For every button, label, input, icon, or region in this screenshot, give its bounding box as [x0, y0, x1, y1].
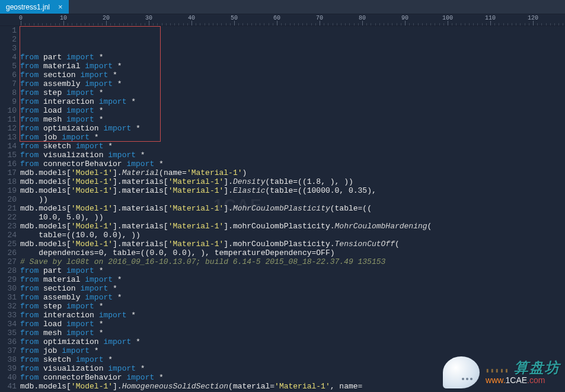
code-line[interactable]: from material import *: [20, 275, 565, 284]
line-number-gutter: 1234567891011121314151617181920212223242…: [0, 26, 20, 392]
code-line[interactable]: from connectorBehavior import *: [20, 160, 565, 168]
line-number: 5: [0, 62, 17, 71]
code-line[interactable]: table=((10.0, 0.0), )): [20, 231, 565, 240]
code-line[interactable]: from step import *: [20, 88, 565, 97]
line-number: 22: [0, 213, 17, 222]
code-line[interactable]: from material import *: [20, 62, 565, 71]
line-number: 8: [0, 88, 17, 97]
tab-filename: geostress1.jnl: [6, 3, 50, 11]
code-line[interactable]: from section import *: [20, 71, 565, 79]
line-number: 24: [0, 231, 17, 240]
code-line[interactable]: mdb.models['Model-1'].Material(name='Mat…: [20, 168, 565, 177]
line-number: 33: [0, 311, 17, 320]
line-number: 30: [0, 284, 17, 293]
line-number: 40: [0, 373, 17, 382]
line-number: 10: [0, 106, 17, 115]
code-line[interactable]: )): [20, 195, 565, 204]
line-number: 37: [0, 346, 17, 355]
code-line[interactable]: from assembly import *: [20, 293, 565, 302]
line-number: 6: [0, 71, 17, 79]
code-line[interactable]: mdb.models['Model-1'].HomogeneousSolidSe…: [20, 382, 565, 391]
line-number: 15: [0, 151, 17, 160]
line-number: 7: [0, 79, 17, 88]
line-number: 36: [0, 337, 17, 346]
line-number: 18: [0, 177, 17, 186]
file-tab[interactable]: geostress1.jnl ×: [0, 0, 69, 14]
line-number: 21: [0, 204, 17, 213]
close-tab-icon[interactable]: ×: [58, 2, 63, 11]
code-line[interactable]: mdb.models['Model-1'].materials['Materia…: [20, 177, 565, 186]
line-number: 25: [0, 240, 17, 248]
column-ruler: 0102030405060708090100110120130: [0, 14, 565, 26]
code-line[interactable]: mdb.models['Model-1'].materials['Materia…: [20, 222, 565, 231]
code-line[interactable]: from job import *: [20, 133, 565, 142]
code-line[interactable]: from part import *: [20, 266, 565, 275]
line-number: 23: [0, 222, 17, 231]
code-line[interactable]: from job import *: [20, 346, 565, 355]
code-line[interactable]: from interaction import *: [20, 97, 565, 106]
code-line[interactable]: mdb.models['Model-1'].materials['Materia…: [20, 186, 565, 195]
code-line[interactable]: # Save by lc08t on 2016_09_16-10.13.07; …: [20, 257, 565, 266]
line-number: 27: [0, 257, 17, 266]
code-line[interactable]: from load import *: [20, 106, 565, 115]
line-number: 4: [0, 53, 17, 62]
code-line[interactable]: from visualization import *: [20, 364, 565, 373]
line-number: 2: [0, 35, 17, 44]
code-line[interactable]: from step import *: [20, 302, 565, 311]
line-number: 38: [0, 355, 17, 364]
code-line[interactable]: from part import *: [20, 53, 565, 62]
line-number: 1: [0, 26, 17, 35]
line-number: 39: [0, 364, 17, 373]
line-number: 3: [0, 44, 17, 53]
line-number: 26: [0, 248, 17, 257]
code-line[interactable]: mdb.models['Model-1'].materials['Materia…: [20, 240, 565, 248]
line-number: 16: [0, 160, 17, 168]
line-number: 11: [0, 115, 17, 124]
code-line[interactable]: from section import *: [20, 284, 565, 293]
code-line[interactable]: from optimization import *: [20, 124, 565, 133]
line-number: 28: [0, 266, 17, 275]
line-number: 20: [0, 195, 17, 204]
code-line[interactable]: from connectorBehavior import *: [20, 373, 565, 382]
code-line[interactable]: from mesh import *: [20, 329, 565, 337]
line-number: 12: [0, 124, 17, 133]
line-number: 31: [0, 293, 17, 302]
code-line[interactable]: from visualization import *: [20, 151, 565, 160]
code-line[interactable]: from assembly import *: [20, 79, 565, 88]
line-number: 35: [0, 329, 17, 337]
line-number: 34: [0, 320, 17, 329]
code-area[interactable]: from part import *from material import *…: [20, 26, 565, 392]
tab-bar: geostress1.jnl ×: [0, 0, 565, 14]
code-editor[interactable]: 1234567891011121314151617181920212223242…: [0, 26, 565, 392]
code-line[interactable]: from sketch import *: [20, 142, 565, 151]
line-number: 41: [0, 382, 17, 391]
line-number: 14: [0, 142, 17, 151]
code-line[interactable]: 10.0, 5.0), )): [20, 213, 565, 222]
line-number: 9: [0, 97, 17, 106]
line-number: 29: [0, 275, 17, 284]
code-line[interactable]: dependencies=0, table=((0.0, 0.0), ), te…: [20, 248, 565, 257]
code-line[interactable]: from mesh import *: [20, 115, 565, 124]
line-number: 17: [0, 168, 17, 177]
line-number: 32: [0, 302, 17, 311]
code-line[interactable]: mdb.models['Model-1'].materials['Materia…: [20, 204, 565, 213]
line-number: 13: [0, 133, 17, 142]
code-line[interactable]: from load import *: [20, 320, 565, 329]
line-number: 19: [0, 186, 17, 195]
code-line[interactable]: from optimization import *: [20, 337, 565, 346]
code-line[interactable]: from sketch import *: [20, 355, 565, 364]
code-line[interactable]: from interaction import *: [20, 311, 565, 320]
